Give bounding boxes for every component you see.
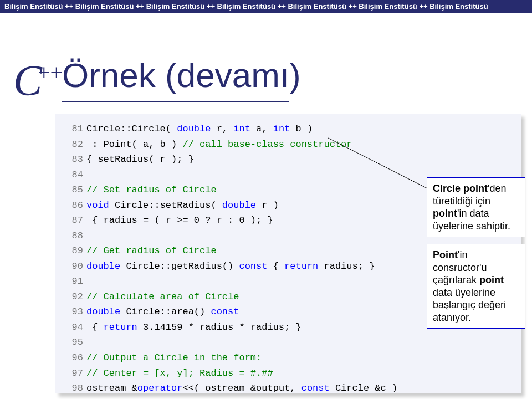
slide-title: Örnek (devamı) — [62, 55, 301, 95]
callout-1: Circle point'den türetildiği için point'… — [427, 177, 525, 237]
title-underline — [62, 101, 289, 102]
cpp-logo: C++ — [13, 55, 67, 105]
header-banner: Bilişim Enstitüsü ++ Bilişim Enstitüsü +… — [0, 0, 532, 13]
callout-2: Point'in consructor'u çağrılarak point d… — [427, 244, 525, 329]
logo-sup: ++ — [38, 60, 63, 85]
